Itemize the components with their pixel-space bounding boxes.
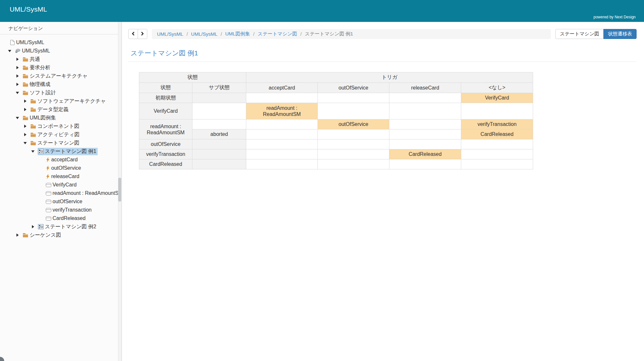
tree-item[interactable]: ステートマシン図 例1 (0, 147, 122, 156)
tree-item[interactable]: ステートマシン図 (0, 139, 122, 147)
tree-item[interactable]: ステートマシン図 例2 (0, 223, 122, 231)
tree-item[interactable]: outOfService (0, 197, 122, 206)
expand-arrow-icon[interactable] (16, 83, 22, 86)
transition-cell[interactable] (318, 149, 389, 159)
main-toolbar: UML/SysML/UML/SysML/UML図例集/ステートマシン図/ステート… (122, 22, 644, 39)
transition-cell[interactable] (389, 159, 461, 169)
sub-state-cell[interactable] (192, 149, 246, 159)
state-cell[interactable]: CardReleased (139, 159, 192, 169)
sidebar-scrollbar-thumb[interactable] (118, 178, 121, 202)
transition-cell[interactable] (389, 119, 461, 129)
state-cell[interactable]: VerifyCard (139, 103, 192, 119)
tree-item[interactable]: UML/SysML (0, 47, 122, 55)
transition-cell[interactable] (246, 129, 318, 139)
state-cell[interactable]: 初期状態 (139, 93, 192, 103)
transition-cell[interactable] (389, 93, 461, 103)
tree-item[interactable]: ソフトウェアアーキテクチャ (0, 97, 122, 105)
tree-item[interactable]: acceptCard (0, 156, 122, 164)
transition-cell[interactable]: verifyTransaction (461, 119, 533, 129)
tree-item-label: 物理構成 (30, 81, 50, 88)
tree-item[interactable]: CardReleased (0, 214, 122, 223)
sub-state-cell[interactable]: aborted (192, 129, 246, 139)
expand-arrow-icon[interactable] (24, 133, 30, 136)
breadcrumb-link[interactable]: ステートマシン図 (258, 31, 297, 37)
sub-state-cell[interactable] (192, 159, 246, 169)
breadcrumb-link[interactable]: UML/SysML (157, 31, 183, 37)
collapse-arrow-icon[interactable] (16, 90, 22, 96)
nav-back-button[interactable] (128, 29, 138, 39)
tree-item[interactable]: VerifyCard (0, 181, 122, 189)
collapse-arrow-icon[interactable] (24, 140, 30, 146)
view-statemachine-diagram-button[interactable]: ステートマシン図 (555, 29, 604, 39)
expand-arrow-icon[interactable] (16, 66, 22, 69)
transition-cell[interactable]: CardReleased (461, 129, 533, 139)
tree-item[interactable]: システムアーキテクチャ (0, 72, 122, 80)
collapse-arrow-icon[interactable] (16, 115, 22, 121)
transition-cell[interactable] (389, 103, 461, 119)
sidebar-scrollbar[interactable] (118, 22, 122, 361)
transition-cell[interactable] (246, 119, 318, 129)
tree-item-label: outOfService (51, 165, 81, 171)
sub-state-cell[interactable] (192, 103, 246, 119)
expand-arrow-icon[interactable] (24, 125, 30, 128)
sub-state-cell[interactable] (192, 139, 246, 149)
transition-cell[interactable] (318, 129, 389, 139)
transition-cell[interactable]: CardReleased (389, 149, 461, 159)
transition-cell[interactable] (389, 129, 461, 139)
view-transition-table-button[interactable]: 状態遷移表 (603, 29, 637, 39)
transition-cell[interactable] (318, 93, 389, 103)
tree-item-label: 要求分析 (30, 64, 50, 71)
expand-arrow-icon[interactable] (16, 233, 22, 237)
tree-item-label: UML/SysML (16, 40, 44, 45)
transition-cell[interactable] (246, 159, 318, 169)
transition-cell[interactable] (461, 159, 533, 169)
state-cell[interactable]: outOfService (139, 139, 192, 149)
transition-cell[interactable] (389, 139, 461, 149)
tree-item[interactable]: コンポーネント図 (0, 122, 122, 130)
chevron-right-icon (141, 32, 144, 37)
breadcrumb-link[interactable]: UML/SysML (191, 31, 218, 37)
expand-arrow-icon[interactable] (16, 58, 22, 61)
tree-item[interactable]: 共通 (0, 55, 122, 63)
sub-state-cell[interactable] (192, 93, 246, 103)
transition-cell[interactable]: readAmount : ReadAmountSM (246, 103, 318, 119)
tree-item[interactable]: UML/SysML (0, 38, 122, 47)
transition-cell[interactable] (318, 139, 389, 149)
collapse-arrow-icon[interactable] (31, 148, 38, 154)
transition-cell[interactable] (318, 159, 389, 169)
transition-cell[interactable]: VerifyCard (461, 93, 533, 103)
transition-cell[interactable] (246, 139, 318, 149)
tree-item[interactable]: outOfService (0, 164, 122, 172)
tree-item[interactable]: 物理構成 (0, 80, 122, 89)
tree-item-label: ステートマシン図 例1 (45, 148, 96, 155)
tree-item[interactable]: 要求分析 (0, 63, 122, 72)
state-icon (46, 200, 51, 204)
sub-state-cell[interactable] (192, 119, 246, 129)
breadcrumb-link[interactable]: UML図例集 (225, 31, 250, 37)
transition-cell[interactable] (461, 139, 533, 149)
transition-cell[interactable] (461, 149, 533, 159)
expand-arrow-icon[interactable] (16, 74, 22, 78)
tree-item[interactable]: UML図例集 (0, 114, 122, 122)
tree-item[interactable]: アクティビティ図 (0, 130, 122, 139)
tree-item[interactable]: readAmount : ReadAmountSM (0, 189, 122, 197)
transition-cell[interactable] (246, 93, 318, 103)
state-cell[interactable]: readAmount : ReadAmountSM (139, 119, 192, 139)
state-cell[interactable]: verifyTransaction (139, 149, 192, 159)
tree-item-label: ソフト設計 (30, 90, 56, 96)
nav-forward-button[interactable] (138, 29, 147, 39)
collapse-arrow-icon[interactable] (8, 48, 15, 54)
expand-arrow-icon[interactable] (24, 100, 30, 103)
transition-cell[interactable] (318, 103, 389, 119)
transition-cell[interactable] (246, 149, 318, 159)
expand-arrow-icon[interactable] (31, 225, 38, 228)
tree-item[interactable]: releaseCard (0, 172, 122, 181)
history-nav-group (128, 29, 147, 39)
transition-cell[interactable]: outOfService (318, 119, 389, 129)
tree-item[interactable]: シーケンス図 (0, 231, 122, 239)
tree-item[interactable]: データ型定義 (0, 105, 122, 114)
transition-cell[interactable] (461, 103, 533, 119)
tree-item[interactable]: verifyTransaction (0, 206, 122, 214)
tree-item[interactable]: ソフト設計 (0, 89, 122, 97)
expand-arrow-icon[interactable] (24, 108, 30, 111)
